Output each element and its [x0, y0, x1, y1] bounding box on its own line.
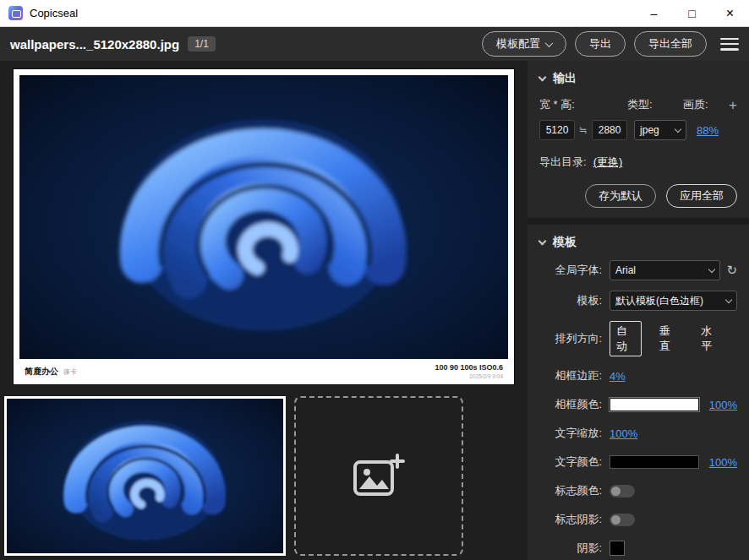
- titlebar: Copicseal – □ ×: [0, 0, 749, 27]
- type-label: 类型:: [627, 97, 683, 112]
- template-select-value: 默认模板(白色边框): [615, 294, 703, 308]
- app-icon: [8, 6, 23, 20]
- text-opacity-link[interactable]: 100%: [709, 456, 737, 469]
- global-font-label: 全局字体:: [539, 263, 602, 278]
- chevron-down-icon: [708, 265, 715, 272]
- text-scale-value-link[interactable]: 100%: [610, 427, 637, 440]
- text-scale-label: 文字缩放:: [539, 426, 602, 441]
- text-color-label: 文字颜色:: [539, 454, 602, 470]
- height-input[interactable]: [592, 120, 627, 140]
- wallpaper-image: [19, 75, 508, 359]
- refresh-fonts-icon[interactable]: ↻: [726, 263, 737, 278]
- quality-label: 画质:: [683, 97, 708, 112]
- template-section-title: 模板: [553, 235, 577, 250]
- frame-opacity-link[interactable]: 100%: [709, 399, 737, 411]
- close-button[interactable]: ×: [711, 0, 749, 27]
- width-input[interactable]: [539, 120, 575, 140]
- logo-color-toggle[interactable]: [610, 485, 635, 497]
- preview-area: 简鹿办公 徕卡 100 90 100s ISO0.6 2025/2/9 9:04: [0, 61, 528, 560]
- app-title: Copicseal: [30, 7, 78, 19]
- exif-camera-text: 徕卡: [63, 367, 77, 377]
- orientation-option-vertical[interactable]: 垂直: [653, 322, 684, 356]
- chevron-down-icon: [675, 125, 681, 132]
- thumbnail-item-selected[interactable]: [4, 396, 286, 556]
- global-font-select[interactable]: Arial: [610, 260, 720, 280]
- chevron-down-icon: [545, 39, 554, 47]
- exif-strip: 简鹿办公 徕卡 100 90 100s ISO0.6 2025/2/9 9:04: [19, 359, 508, 384]
- link-dimensions-icon[interactable]: ≒: [578, 124, 588, 136]
- export-button[interactable]: 导出: [575, 31, 626, 57]
- chevron-down-icon: [539, 237, 547, 245]
- frame-margin-label: 相框边距:: [539, 368, 602, 383]
- add-image-button[interactable]: [294, 396, 463, 556]
- template-section-header[interactable]: 模板: [539, 235, 737, 250]
- output-section-title: 输出: [553, 71, 577, 86]
- orientation-option-horizontal[interactable]: 水平: [695, 322, 725, 356]
- plus-icon[interactable]: +: [729, 98, 737, 112]
- change-dir-link[interactable]: (更换): [593, 155, 623, 170]
- template-label: 模板:: [539, 293, 602, 308]
- framed-photo-preview[interactable]: 简鹿办公 徕卡 100 90 100s ISO0.6 2025/2/9 9:04: [14, 69, 514, 384]
- shadow-label: 阴影:: [539, 541, 602, 556]
- template-config-label: 模板配置: [496, 36, 540, 52]
- save-as-default-button[interactable]: 存为默认: [585, 184, 656, 208]
- logo-shadow-label: 标志阴影:: [539, 512, 602, 527]
- minimize-button[interactable]: –: [635, 0, 673, 27]
- export-dir-label: 导出目录:: [539, 155, 587, 170]
- orientation-label: 排列方向:: [539, 331, 602, 346]
- chevron-down-icon: [539, 73, 547, 81]
- template-config-button[interactable]: 模板配置: [482, 31, 566, 57]
- frame-color-swatch[interactable]: [610, 398, 699, 411]
- settings-sidebar: 输出 宽 * 高: 类型: 画质: + ≒ jpeg 88%: [528, 61, 749, 560]
- header-toolbar: wallpapers..._5120x2880.jpg 1/1 模板配置 导出 …: [0, 27, 749, 61]
- maximize-button[interactable]: □: [673, 0, 711, 27]
- output-section: 输出 宽 * 高: 类型: 画质: + ≒ jpeg 88%: [528, 61, 749, 218]
- current-filename: wallpapers..._5120x2880.jpg: [10, 37, 179, 52]
- size-label: 宽 * 高:: [539, 97, 627, 112]
- thumbnail-strip: [0, 393, 528, 560]
- template-select[interactable]: 默认模板(白色边框): [610, 291, 737, 311]
- chevron-down-icon: [725, 296, 732, 302]
- apply-all-button[interactable]: 应用全部: [666, 184, 737, 208]
- shadow-color-swatch[interactable]: [610, 541, 625, 556]
- text-color-swatch[interactable]: [610, 455, 699, 469]
- orientation-option-auto[interactable]: 自动: [610, 321, 642, 356]
- file-type-select[interactable]: jpeg: [634, 120, 686, 140]
- frame-color-label: 相框颜色:: [539, 397, 602, 412]
- quality-value-link[interactable]: 88%: [697, 124, 719, 137]
- logo-shadow-toggle[interactable]: [610, 514, 635, 526]
- frame-margin-value-link[interactable]: 4%: [610, 370, 626, 383]
- exif-settings-text: 100 90 100s ISO0.6: [435, 363, 503, 372]
- menu-icon[interactable]: [720, 38, 739, 51]
- global-font-value: Arial: [615, 264, 636, 276]
- image-plus-icon: [353, 454, 405, 499]
- app-window: Copicseal – □ × wallpapers..._5120x2880.…: [0, 0, 749, 560]
- file-type-value: jpeg: [640, 124, 659, 136]
- template-section: 模板 全局字体: Arial ↻ 模板: 默认模板(白色边框): [528, 225, 749, 560]
- export-all-button[interactable]: 导出全部: [634, 31, 707, 57]
- output-section-header[interactable]: 输出: [539, 71, 737, 86]
- logo-color-label: 标志颜色:: [539, 483, 602, 498]
- exif-studio-text: 简鹿办公: [25, 366, 58, 378]
- file-counter-badge: 1/1: [188, 36, 216, 52]
- exif-datetime-text: 2025/2/9 9:04: [435, 373, 503, 380]
